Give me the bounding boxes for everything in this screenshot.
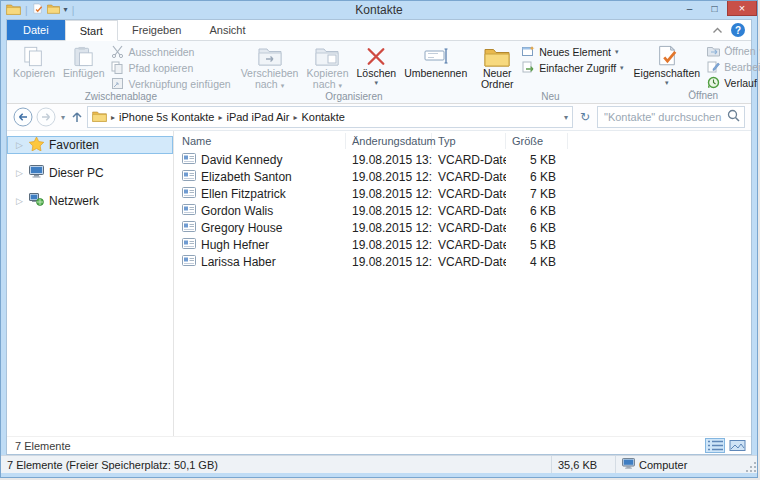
properties-button[interactable]: Eigenschaften ▾ <box>630 42 705 87</box>
sidebar-item-label: Dieser PC <box>49 166 104 180</box>
column-header-date[interactable]: Änderungsdatum <box>346 133 432 149</box>
properties-dropdown-arrow: ▾ <box>665 79 669 87</box>
forward-button[interactable] <box>36 107 56 127</box>
breadcrumb-separator: ▸ <box>111 113 115 122</box>
recent-locations-chevron[interactable]: ▾ <box>59 113 67 122</box>
qat-customize-chevron[interactable]: ▾ <box>64 6 68 14</box>
history-button[interactable]: Verlauf <box>706 76 760 89</box>
search-input[interactable] <box>602 110 727 124</box>
breadcrumb-item[interactable]: iPad iPad Air <box>226 111 289 123</box>
new-item-button[interactable]: Neues Element ▾ <box>521 45 623 58</box>
column-header-size[interactable]: Größe <box>506 133 568 149</box>
help-icon[interactable]: ? <box>731 23 745 37</box>
table-row[interactable]: Hugh Hefner 19.08.2015 12:30 VCARD-Datei… <box>176 236 751 253</box>
vcard-icon <box>182 170 196 184</box>
refresh-icon[interactable]: ↻ <box>576 107 594 127</box>
easy-access-icon <box>521 61 535 74</box>
back-button[interactable] <box>13 107 33 127</box>
status-location: Computer <box>615 456 743 473</box>
sidebar-item-label: Netzwerk <box>49 194 99 208</box>
details-view-button[interactable] <box>705 438 725 453</box>
app-folder-icon <box>6 3 21 18</box>
table-row[interactable]: David Kennedy 19.08.2015 13:12 VCARD-Dat… <box>176 151 751 168</box>
tab-start[interactable]: Start <box>65 20 118 41</box>
new-folder-button[interactable]: Neuer Ordner <box>475 42 519 90</box>
tab-freigeben[interactable]: Freigeben <box>118 20 196 40</box>
file-name: Gregory House <box>201 221 282 235</box>
breadcrumb-item[interactable]: Kontakte <box>301 111 344 123</box>
tab-datei[interactable]: Datei <box>7 20 65 40</box>
delete-button[interactable]: Löschen ▾ <box>352 42 400 87</box>
breadcrumb-item[interactable]: iPhone 5s Kontakte <box>119 111 214 123</box>
computer-icon <box>622 458 635 471</box>
copy-to-icon <box>315 44 339 68</box>
open-button[interactable]: Öffnen ▾ <box>706 45 760 57</box>
easy-access-button[interactable]: Einfacher Zugriff ▾ <box>521 61 623 74</box>
ribbon-group-clipboard: Kopieren Einfügen Ausschneiden <box>7 41 235 103</box>
vcard-icon <box>182 153 196 167</box>
qat-separator: | <box>72 5 75 16</box>
vcard-icon <box>182 221 196 235</box>
vcard-icon <box>182 187 196 201</box>
quick-access-toolbar: | ▾ | <box>1 3 74 18</box>
table-row[interactable]: Elizabeth Santon 19.08.2015 12:30 VCARD-… <box>176 168 751 185</box>
move-to-button[interactable]: Verschieben nach ▾ <box>237 42 303 90</box>
table-row[interactable]: Gordon Walis 19.08.2015 12:30 VCARD-Date… <box>176 202 751 219</box>
copy-label: Kopieren <box>13 68 55 79</box>
copy-path-button[interactable]: Pfad kopieren <box>110 61 230 74</box>
sidebar-item-netzwerk[interactable]: ▷ Netzwerk <box>7 192 173 210</box>
table-row[interactable]: Ellen Fitzpatrick 19.08.2015 12:30 VCARD… <box>176 185 751 202</box>
expander-icon[interactable]: ▷ <box>16 168 24 178</box>
search-box <box>597 106 745 128</box>
delete-icon <box>366 44 386 68</box>
paste-shortcut-label: Verknüpfung einfügen <box>128 78 230 90</box>
titlebar: | ▾ | Kontakte – □ × <box>1 1 757 19</box>
sidebar-item-dieser-pc[interactable]: ▷ Dieser PC <box>7 164 173 182</box>
expander-icon[interactable]: ▷ <box>16 140 24 150</box>
status-location-label: Computer <box>639 459 687 471</box>
address-history-chevron[interactable]: ▾ <box>564 113 568 122</box>
cut-label: Ausschneiden <box>128 46 194 58</box>
breadcrumb-separator: ▸ <box>218 113 222 122</box>
thumbnail-view-button[interactable] <box>727 438 747 453</box>
rename-button[interactable]: Umbenennen <box>400 42 471 79</box>
column-header-type[interactable]: Typ <box>432 133 506 149</box>
navigation-bar: ▾ ▸ iPhone 5s Kontakte ▸ iPad iPad Air ▸… <box>7 104 751 131</box>
paste-icon <box>74 44 94 68</box>
explorer-window: | ▾ | Kontakte – □ × Datei Start Freigeb… <box>0 0 758 478</box>
search-icon[interactable] <box>727 109 740 125</box>
file-name: David Kennedy <box>201 153 282 167</box>
file-date: 19.08.2015 13:12 <box>346 153 432 167</box>
paste-button[interactable]: Einfügen <box>59 42 108 79</box>
up-button[interactable] <box>70 110 84 124</box>
window-title: Kontakte <box>1 3 757 17</box>
table-row[interactable]: Gregory House 19.08.2015 12:30 VCARD-Dat… <box>176 219 751 236</box>
column-header-name[interactable]: Name <box>176 133 346 149</box>
resize-grip[interactable] <box>743 456 757 473</box>
paste-shortcut-button[interactable]: Verknüpfung einfügen <box>110 77 230 90</box>
new-item-dropdown-arrow: ▾ <box>615 48 619 56</box>
file-name: Ellen Fitzpatrick <box>201 187 286 201</box>
table-row[interactable]: Larissa Haber 19.08.2015 12:30 VCARD-Dat… <box>176 253 751 270</box>
qat-properties-icon[interactable] <box>32 3 43 18</box>
history-label: Verlauf <box>724 77 757 89</box>
close-button[interactable]: × <box>727 1 757 16</box>
tab-ansicht[interactable]: Ansicht <box>195 20 259 40</box>
explorer-status-bar: 7 Elemente <box>7 436 751 454</box>
copy-button[interactable]: Kopieren <box>9 42 59 79</box>
delete-label: Löschen <box>356 68 396 79</box>
maximize-button[interactable]: □ <box>702 1 727 16</box>
expander-icon[interactable]: ▷ <box>16 196 24 206</box>
sidebar-item-favoriten[interactable]: ▷ Favoriten <box>7 136 173 154</box>
edit-button[interactable]: Bearbeiten <box>706 60 760 73</box>
file-date: 19.08.2015 12:30 <box>346 238 432 252</box>
copy-to-button[interactable]: Kopieren nach ▾ <box>302 42 352 90</box>
qat-new-folder-icon[interactable] <box>47 3 60 17</box>
breadcrumb-folder-icon <box>92 110 107 125</box>
minimize-button[interactable]: – <box>677 1 702 16</box>
file-date: 19.08.2015 12:30 <box>346 255 432 269</box>
cut-button[interactable]: Ausschneiden <box>110 45 230 58</box>
ribbon-collapse-icon[interactable] <box>712 23 723 37</box>
address-bar[interactable]: ▸ iPhone 5s Kontakte ▸ iPad iPad Air ▸ K… <box>87 106 573 128</box>
new-item-label: Neues Element <box>539 46 611 58</box>
